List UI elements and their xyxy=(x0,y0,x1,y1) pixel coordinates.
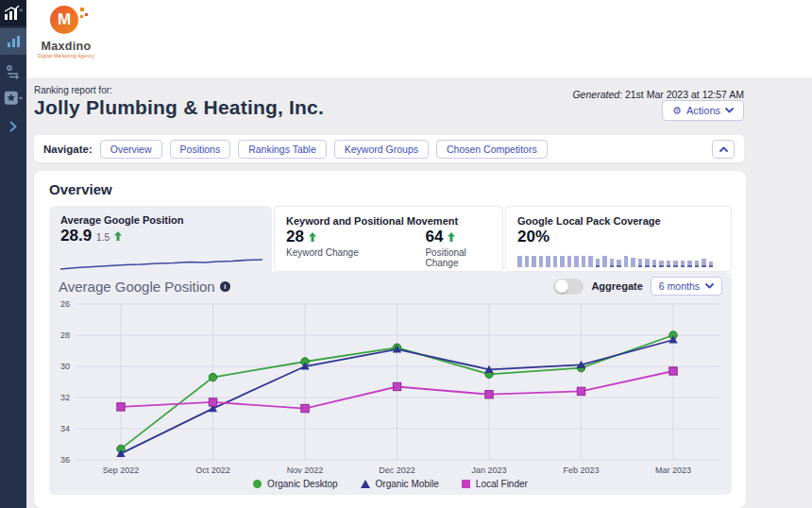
chart-controls: Aggregate 6 months xyxy=(553,277,722,296)
positional-change-label: Positional Change xyxy=(425,247,491,268)
brand-tagline: Digital Marketing Agency xyxy=(34,53,98,59)
card-title: Average Google Position xyxy=(60,214,261,226)
local-pack-mini-bars xyxy=(517,254,719,267)
nav-button-positions[interactable]: Positions xyxy=(170,140,231,159)
aggregate-label: Aggregate xyxy=(591,280,642,292)
info-icon[interactable]: i xyxy=(220,281,230,292)
sidebar xyxy=(0,0,26,508)
svg-text:Sep 2022: Sep 2022 xyxy=(103,466,140,475)
app-logo-icon[interactable] xyxy=(0,0,26,26)
company-title: Jolly Plumbing & Heating, Inc. xyxy=(34,96,324,119)
navigate-bar: Navigate: Overview Positions Rankings Ta… xyxy=(34,135,744,162)
card-local-pack-coverage[interactable]: Google Local Pack Coverage 20% xyxy=(505,206,732,272)
svg-text:26: 26 xyxy=(60,299,70,309)
aggregate-toggle[interactable] xyxy=(553,279,584,295)
svg-text:Jan 2023: Jan 2023 xyxy=(471,466,506,475)
logo-monogram: M xyxy=(50,6,78,34)
svg-text:30: 30 xyxy=(60,362,70,371)
star-square-icon xyxy=(4,91,23,106)
bar-chart-icon xyxy=(7,35,21,48)
overview-panel: Overview Average Google Position 28.9 1.… xyxy=(34,171,746,508)
nav-button-keyword-groups[interactable]: Keyword Groups xyxy=(334,140,429,159)
location-route-icon xyxy=(6,65,21,79)
navigate-label: Navigate: xyxy=(43,144,93,155)
overview-heading: Overview xyxy=(49,181,112,197)
actions-label: Actions xyxy=(686,105,720,116)
chart-section: Average Google Position i Aggregate 6 mo… xyxy=(49,272,732,495)
svg-text:28: 28 xyxy=(60,330,70,340)
local-pack-value: 20% xyxy=(517,228,550,246)
agency-logo: M Maxdino Digital Marketing Agency xyxy=(34,4,98,76)
avg-position-value: 28.9 xyxy=(60,227,92,246)
stat-cards-row: Average Google Position 28.9 1.5 Keyword… xyxy=(49,206,732,272)
generated-label: Generated: xyxy=(572,89,622,100)
legend-local-finder[interactable]: Local Finder xyxy=(462,479,528,489)
legend-label: Organic Desktop xyxy=(267,479,337,489)
brand-name: Maxdino xyxy=(34,40,98,53)
chevron-up-icon xyxy=(719,146,728,152)
gear-icon: ⚙ xyxy=(672,106,682,116)
chart-title: Average Google Position xyxy=(59,279,215,295)
svg-text:Nov 2022: Nov 2022 xyxy=(287,466,324,475)
collapse-navigate-button[interactable] xyxy=(712,140,735,159)
toggle-knob xyxy=(555,279,568,293)
circle-marker-icon xyxy=(253,480,262,488)
main-area: M Maxdino Digital Marketing Agency Ranki… xyxy=(26,0,812,508)
sidebar-item-rankings[interactable] xyxy=(0,28,26,55)
nav-button-overview[interactable]: Overview xyxy=(100,140,162,159)
keyword-change-label: Keyword Change xyxy=(286,247,425,258)
legend-label: Organic Mobile xyxy=(376,479,439,489)
chart-header: Average Google Position i Aggregate 6 mo… xyxy=(49,272,732,300)
generated-timestamp: Generated: 21st Mar 2023 at 12:57 AM xyxy=(572,89,744,100)
svg-text:32: 32 xyxy=(60,393,70,402)
svg-text:Feb 2023: Feb 2023 xyxy=(563,466,599,475)
generated-value: 21st Mar 2023 at 12:57 AM xyxy=(622,89,744,100)
position-chart: 262830323436Sep 2022Oct 2022Nov 2022Dec … xyxy=(49,298,732,478)
chevron-right-icon xyxy=(9,121,17,132)
report-for-label: Ranking report for: xyxy=(34,85,112,95)
triangle-marker-icon xyxy=(361,480,370,488)
actions-button[interactable]: ⚙ Actions xyxy=(662,100,744,121)
card-title: Google Local Pack Coverage xyxy=(517,215,719,227)
range-dropdown[interactable]: 6 months xyxy=(651,277,722,296)
range-value: 6 months xyxy=(659,280,700,292)
card-average-google-position[interactable]: Average Google Position 28.9 1.5 xyxy=(49,206,272,272)
square-marker-icon xyxy=(462,480,470,488)
sidebar-expand-button[interactable] xyxy=(0,113,26,140)
ranking-report-page: M Maxdino Digital Marketing Agency Ranki… xyxy=(0,0,812,508)
legend-organic-mobile[interactable]: Organic Mobile xyxy=(361,479,439,489)
chevron-down-icon xyxy=(725,108,734,113)
svg-text:34: 34 xyxy=(60,424,70,433)
sidebar-item-reviews[interactable] xyxy=(0,85,26,111)
chart-legend: Organic Desktop Organic Mobile Local Fin… xyxy=(49,479,732,489)
topbar: M Maxdino Digital Marketing Agency xyxy=(26,0,812,79)
nav-button-rankings-table[interactable]: Rankings Table xyxy=(238,140,327,159)
card-title: Keyword and Positional Movement xyxy=(286,215,491,227)
svg-text:Oct 2022: Oct 2022 xyxy=(195,466,230,475)
chevron-down-icon xyxy=(705,283,714,289)
bar-chart-trend-icon xyxy=(4,6,23,21)
up-arrow-icon xyxy=(114,231,122,241)
svg-text:Dec 2022: Dec 2022 xyxy=(379,466,415,475)
up-arrow-icon xyxy=(448,232,455,242)
avg-position-delta: 1.5 xyxy=(96,232,110,243)
card-keyword-positional-movement[interactable]: Keyword and Positional Movement 28 Keywo… xyxy=(274,206,503,272)
positional-change-stat: 64 Positional Change xyxy=(425,227,491,268)
keyword-change-value: 28 xyxy=(286,228,304,246)
nav-button-chosen-competitors[interactable]: Chosen Competitors xyxy=(436,140,548,159)
legend-organic-desktop[interactable]: Organic Desktop xyxy=(253,479,337,489)
legend-label: Local Finder xyxy=(476,479,528,489)
sidebar-item-local-route[interactable] xyxy=(0,59,26,85)
logo-mark: M xyxy=(50,6,82,38)
positional-change-value: 64 xyxy=(425,228,443,246)
keyword-change-stat: 28 Keyword Change xyxy=(286,227,425,268)
up-arrow-icon xyxy=(309,232,316,242)
svg-text:Mar 2023: Mar 2023 xyxy=(655,466,691,475)
svg-text:36: 36 xyxy=(60,455,70,465)
